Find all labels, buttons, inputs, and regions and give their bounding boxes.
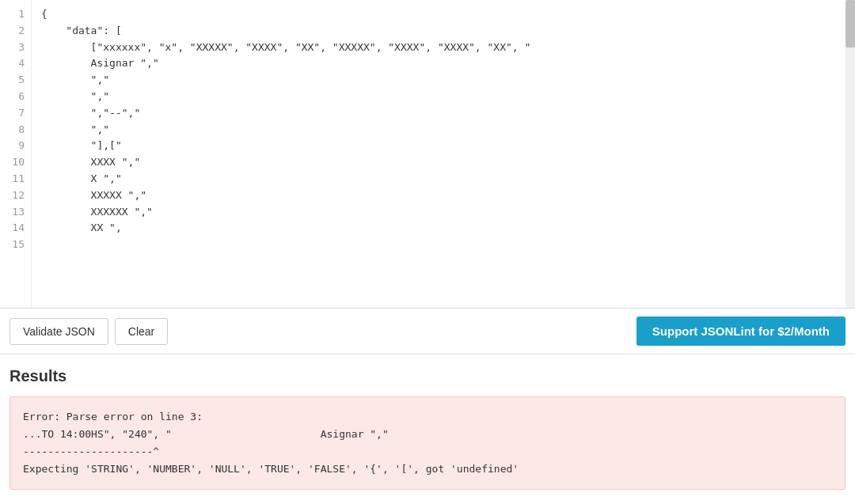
- line-number: 14: [0, 220, 31, 237]
- results-title: Results: [10, 367, 846, 385]
- code-line: XXXXX ",": [41, 188, 836, 204]
- line-number: 6: [0, 89, 31, 105]
- code-line: ",": [41, 89, 836, 105]
- scrollbar-thumb[interactable]: [846, 0, 855, 47]
- code-line: X ",": [41, 171, 836, 188]
- clear-button[interactable]: Clear: [115, 318, 168, 345]
- line-number: 7: [0, 105, 31, 122]
- code-line: XXXXXX ",": [41, 204, 836, 221]
- code-line: XX ",: [41, 220, 836, 237]
- code-line: ","--",": [41, 105, 836, 122]
- line-number: 13: [0, 204, 31, 221]
- validate-json-button[interactable]: Validate JSON: [10, 318, 108, 345]
- code-line: {: [41, 6, 836, 23]
- code-line: ",": [41, 72, 836, 89]
- line-number: 10: [0, 154, 31, 171]
- results-section: Results Error: Parse error on line 3: ..…: [0, 354, 855, 490]
- scrollbar-track[interactable]: [846, 0, 855, 308]
- code-line: [41, 237, 836, 253]
- code-line: Asignar ",": [41, 55, 836, 72]
- support-button[interactable]: Support JSONLint for $2/Month: [636, 316, 846, 346]
- error-line-4: Expecting 'STRING', 'NUMBER', 'NULL', 'T…: [23, 460, 832, 478]
- line-number: 9: [0, 138, 31, 154]
- code-line: XXXX ",": [41, 154, 836, 171]
- line-number: 4: [0, 55, 31, 72]
- error-box: Error: Parse error on line 3: ...TO 14:0…: [10, 396, 846, 490]
- line-number: 11: [0, 171, 31, 188]
- line-number: 15: [0, 237, 31, 253]
- line-number: 1: [0, 6, 31, 23]
- error-line-2: ...TO 14:00HS", "240", " Asignar ",": [23, 426, 832, 443]
- code-line: ",": [41, 122, 836, 138]
- error-line-3: ---------------------^: [23, 443, 832, 460]
- code-line: ["xxxxxx", "x", "XXXXX", "XXXX", "XX", "…: [41, 40, 836, 56]
- code-line: "],[": [41, 138, 836, 154]
- code-line: "data": [: [41, 23, 836, 40]
- line-number: 3: [0, 40, 31, 56]
- line-number: 12: [0, 188, 31, 204]
- line-number: 2: [0, 23, 31, 40]
- line-numbers: 123456789101112131415: [0, 0, 32, 308]
- toolbar: Validate JSON Clear Support JSONLint for…: [0, 309, 855, 354]
- editor-section: 123456789101112131415 { "data": [ ["xxxx…: [0, 0, 855, 309]
- line-number: 5: [0, 72, 31, 89]
- line-number: 8: [0, 122, 31, 138]
- error-line-1: Error: Parse error on line 3:: [23, 408, 832, 426]
- code-area[interactable]: { "data": [ ["xxxxxx", "x", "XXXXX", "XX…: [32, 0, 846, 308]
